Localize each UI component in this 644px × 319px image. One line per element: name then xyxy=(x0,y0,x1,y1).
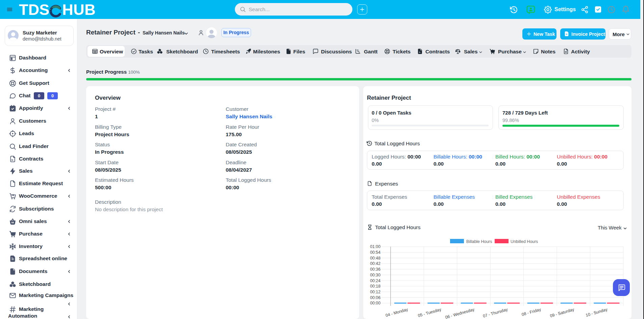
svg-text:06 - Wednesday: 06 - Wednesday xyxy=(445,307,475,319)
svg-text:10 - Sunday: 10 - Sunday xyxy=(585,307,608,318)
svg-text:00:06: 00:06 xyxy=(370,295,380,300)
svg-text:Billable Hours: Billable Hours xyxy=(466,239,492,244)
svg-text:00:42: 00:42 xyxy=(370,261,380,266)
svg-text:07 - Thursday: 07 - Thursday xyxy=(482,307,509,319)
svg-text:01:00: 01:00 xyxy=(370,244,380,249)
svg-text:08 - Friday: 08 - Friday xyxy=(521,307,542,317)
svg-text:00:36: 00:36 xyxy=(370,267,380,272)
svg-text:05 - Tuesday: 05 - Tuesday xyxy=(417,307,442,318)
svg-text:00:00: 00:00 xyxy=(370,301,380,305)
svg-text:00:48: 00:48 xyxy=(370,256,380,261)
svg-text:Unbilled Hours: Unbilled Hours xyxy=(511,239,538,244)
svg-text:04 - Monday: 04 - Monday xyxy=(385,307,408,318)
svg-text:00:12: 00:12 xyxy=(370,290,380,294)
svg-text:00:24: 00:24 xyxy=(370,278,380,283)
svg-text:00:54: 00:54 xyxy=(370,250,380,255)
svg-text:00:30: 00:30 xyxy=(370,273,380,277)
svg-text:09 - Saturday: 09 - Saturday xyxy=(549,307,575,318)
svg-text:00:18: 00:18 xyxy=(370,284,380,289)
